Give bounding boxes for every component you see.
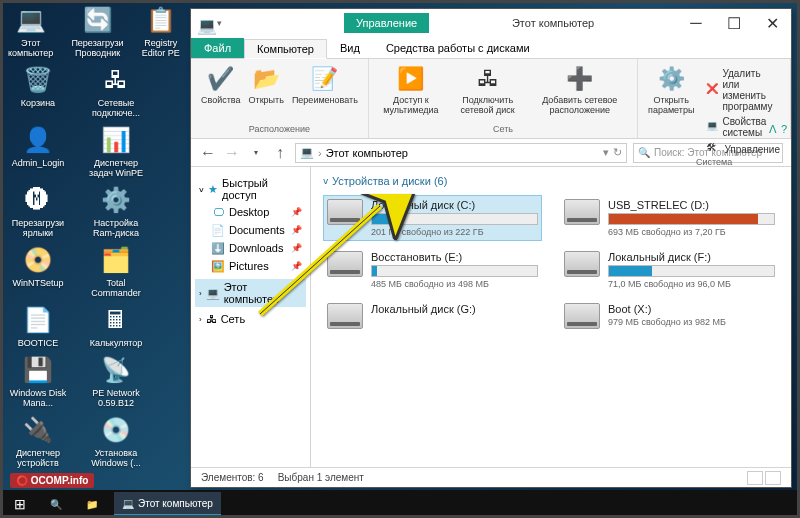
sidebar-this-pc[interactable]: › 💻 Этот компьютер [195,279,306,307]
maximize-button[interactable]: ☐ [715,9,753,37]
taskbar-search[interactable]: 🔍 [42,492,70,516]
help-icon[interactable]: ? [781,123,787,136]
history-dropdown[interactable]: ▾ [247,144,265,162]
tab-file[interactable]: Файл [191,38,244,58]
desktop-icon[interactable]: 🖧Сетевые подключе... [86,64,146,118]
icon-label: Registry Editor PE [142,38,180,58]
ribbon-button[interactable]: ✔️Свойства [199,63,243,107]
section-header[interactable]: ⅴ Устройства и диски (6) [323,175,779,187]
desktop-icon[interactable]: 🔌Диспетчер устройств [8,414,68,468]
pin-icon: 📌 [291,261,302,271]
desktop-icon[interactable]: 👤Admin_Login [8,124,68,178]
ribbon-button[interactable]: 📂Открыть [247,63,286,107]
tab-view[interactable]: Вид [327,38,373,58]
ribbon-button-small[interactable]: ❌Удалить или изменить программу [704,67,782,113]
context-tab[interactable]: Управление [344,13,429,33]
drive-item[interactable]: Локальный диск (F:) 71,0 МБ свободно из … [560,247,779,293]
desktop-icon[interactable]: 💿Установка Windows (... [86,414,146,468]
drive-item[interactable]: Локальный диск (C:) 201 ГБ свободно из 2… [323,195,542,241]
app-icon: 🗑️ [22,64,54,96]
ribbon-icon: 📂 [252,65,280,93]
collapse-ribbon-icon[interactable]: ᐱ [769,123,777,136]
back-button[interactable]: ← [199,144,217,162]
desktop-icon[interactable]: 🖩Калькулятор [86,304,146,348]
ribbon-button[interactable]: 🖧Подключить сетевой диск [449,63,527,117]
desktop-icon[interactable]: 💻Этот компьютер [8,4,53,58]
computer-icon: 💻 [122,498,134,509]
close-button[interactable]: ✕ [753,9,791,37]
desktop-icon[interactable]: 📄BOOTICE [8,304,68,348]
ribbon-button-small[interactable]: 🛠Управление [704,141,782,157]
desktop-icon[interactable]: 📡PE Network 0.59.B12 [86,354,146,408]
app-icon: 👤 [22,124,54,156]
ribbon-button[interactable]: ➕Добавить сетевое расположение [530,63,629,117]
folder-icon: ⬇️ [211,241,225,255]
desktop-icon[interactable]: 🅜Перезагрузи ярлыки [8,184,68,238]
taskbar-explorer[interactable]: 📁 [78,492,106,516]
view-large-icon[interactable] [765,471,781,485]
sidebar-item[interactable]: 📄Documents📌 [195,221,306,239]
desktop-icon[interactable]: 🗂️Total Commander [86,244,146,298]
sidebar-item[interactable]: ⬇️Downloads📌 [195,239,306,257]
titlebar: 💻 ▾ Управление Этот компьютер ─ ☐ ✕ [191,9,791,37]
icon-label: Этот компьютер [8,38,53,58]
ribbon-button[interactable]: ▶️Доступ к мультимедиа [377,63,445,117]
open-settings-button[interactable]: ⚙️ Открыть параметры [646,63,696,157]
window-title: Этот компьютер [429,17,677,29]
sidebar-item[interactable]: 🖼️Pictures📌 [195,257,306,275]
drive-name: USB_STRELEC (D:) [608,199,775,211]
start-button[interactable]: ⊞ [6,492,34,516]
button-label: Удалить или изменить программу [722,68,780,112]
app-icon: 📊 [100,124,132,156]
drive-item[interactable]: Восстановить (E:) 485 МБ свободно из 498… [323,247,542,293]
desktop-icon[interactable]: 📀WinNTSetup [8,244,68,298]
drive-free-space: 201 ГБ свободно из 222 ГБ [371,227,538,237]
refresh-icon[interactable]: ↻ [613,146,622,159]
qat-down-icon[interactable]: ▾ [217,18,222,28]
drive-item[interactable]: Boot (X:) 979 МБ свободно из 982 МБ [560,299,779,333]
icon-label: Корзина [8,98,68,108]
ribbon-group-label: Сеть [377,124,629,134]
sidebar-item[interactable]: 🖵Desktop📌 [195,203,306,221]
desktop-icon[interactable]: 🔄Перезагрузи Проводник [71,4,123,58]
desktop-icon[interactable]: 📋Registry Editor PE [142,4,180,58]
forward-button[interactable]: → [223,144,241,162]
icon-label: Admin_Login [8,158,68,168]
dropdown-icon[interactable]: ▾ [603,146,609,159]
pin-icon: 📌 [291,207,302,217]
desktop-icon[interactable]: 📊Диспетчер задач WinPE [86,124,146,178]
icon-label: Сетевые подключе... [86,98,146,118]
sidebar-item-label: Pictures [229,260,269,272]
sidebar-network[interactable]: › 🖧 Сеть [195,311,306,327]
ribbon-icon: ▶️ [397,65,425,93]
drive-icon [564,251,600,277]
taskbar-window[interactable]: 💻 Этот компьютер [114,492,221,516]
drive-item[interactable]: USB_STRELEC (D:) 693 МБ свободно из 7,20… [560,195,779,241]
computer-icon: 💻 [300,146,314,159]
sidebar-quick-access[interactable]: ⅴ ★ Быстрый доступ [195,175,306,203]
ribbon-icon: ❌ [706,83,718,97]
desktop-icon[interactable]: 💾Windows Disk Mana... [8,354,68,408]
icon-label: Настройка Ram-диска [86,218,146,238]
drive-icon [564,303,600,329]
app-icon: 📄 [22,304,54,336]
tab-disk-tools[interactable]: Средства работы с дисками [373,38,543,58]
button-label: Открыть параметры [648,95,694,115]
desktop-icon[interactable]: 🗑️Корзина [8,64,68,118]
drive-item[interactable]: Локальный диск (G:) [323,299,542,333]
sidebar-item-label: Documents [229,224,285,236]
drive-name: Boot (X:) [608,303,775,315]
breadcrumb[interactable]: 💻 › Этот компьютер ▾ ↻ [295,143,627,163]
tab-computer[interactable]: Компьютер [244,39,327,59]
desktop-icon[interactable]: ⚙️Настройка Ram-диска [86,184,146,238]
drive-name: Локальный диск (G:) [371,303,538,315]
up-button[interactable]: ↑ [271,144,289,162]
icon-label: Диспетчер устройств [8,448,68,468]
computer-icon: 💻 [206,287,220,300]
content-pane: ⅴ Устройства и диски (6) Локальный диск … [311,167,791,467]
icon-label: Перезагрузи ярлыки [8,218,68,238]
ribbon-button[interactable]: 📝Переименовать [290,63,360,107]
drive-free-space: 979 МБ свободно из 982 МБ [608,317,775,327]
view-details-icon[interactable] [747,471,763,485]
minimize-button[interactable]: ─ [677,9,715,37]
